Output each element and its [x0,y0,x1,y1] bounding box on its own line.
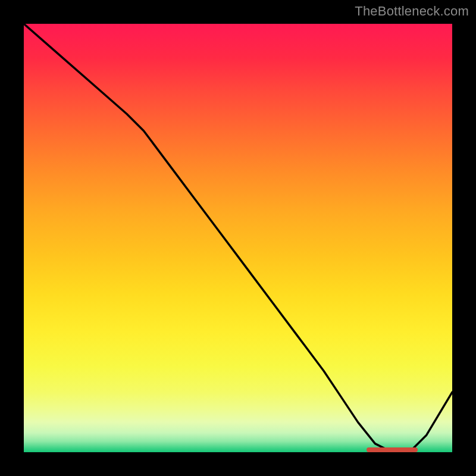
bottleneck-curve [24,24,452,452]
watermark-text: TheBottleneck.com [355,4,469,19]
optimal-region-marker [367,447,418,452]
chart-stage: TheBottleneck.com [0,0,476,476]
